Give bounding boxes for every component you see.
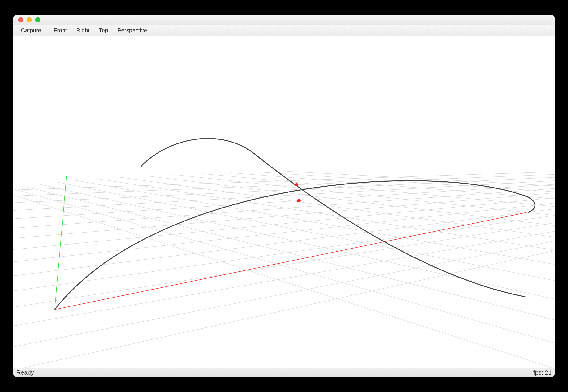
svg-line-3 [14,221,554,309]
svg-line-21 [96,179,554,252]
view-perspective-button[interactable]: Perspective [113,27,152,34]
curve-1 [55,181,535,309]
status-bar: Ready fps: 21 [14,367,554,378]
svg-line-28 [287,171,554,187]
svg-line-5 [14,207,554,277]
svg-line-2 [14,229,554,328]
minimize-icon[interactable] [27,17,32,22]
point-marker [297,199,300,202]
capture-button[interactable]: Catpure [16,27,46,34]
status-text: Ready [16,369,34,376]
svg-line-20 [75,180,554,267]
toolbar: Catpure Front Right Top Perspective [14,25,554,36]
svg-line-10 [14,183,554,220]
svg-line-9 [14,187,554,229]
svg-line-24 [174,175,554,217]
svg-line-17 [25,187,554,323]
view-front-button[interactable]: Front [49,27,72,34]
scene-svg [14,36,554,367]
svg-line-14 [14,171,554,190]
svg-line-15 [14,191,554,367]
grid [14,171,554,367]
svg-line-1 [14,238,554,349]
svg-line-16 [14,189,554,347]
maximize-icon[interactable] [35,17,40,22]
titlebar[interactable] [14,14,554,25]
svg-line-6 [14,202,554,263]
app-window: Catpure Front Right Top Perspective [14,14,554,378]
close-icon[interactable] [18,17,23,22]
toolbar-separator [47,27,47,34]
axis-y [55,176,67,309]
fps-indicator: fps: 21 [533,369,552,376]
curve-2 [141,139,525,297]
view-top-button[interactable]: Top [94,27,113,34]
view-right-button[interactable]: Right [72,27,94,34]
viewport-3d[interactable] [14,36,554,367]
point-marker [295,183,298,186]
